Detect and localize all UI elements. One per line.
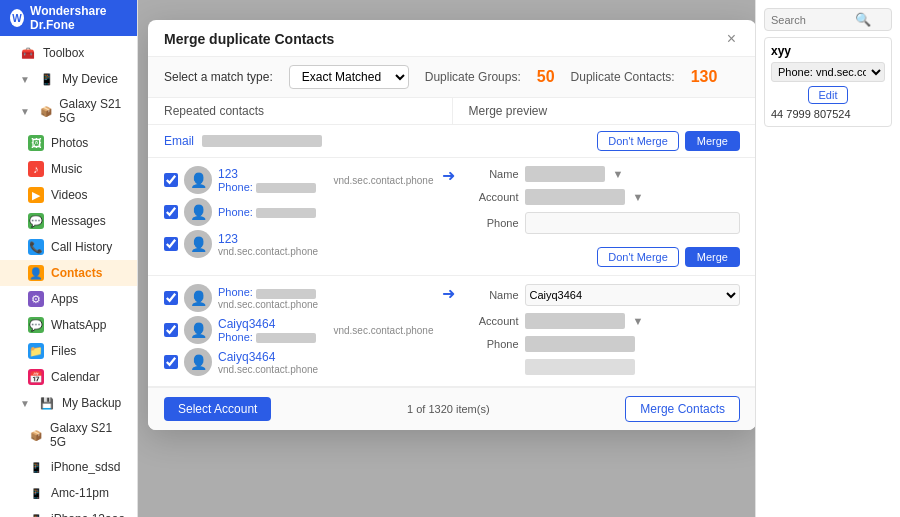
merge-button-1[interactable]: Merge (685, 247, 740, 267)
phone-input-1[interactable] (525, 212, 741, 234)
match-type-select[interactable]: Exact Matched Fuzzy Matched (289, 65, 409, 89)
sidebar-item-mydevice[interactable]: ▼ 📱 My Device (0, 66, 137, 92)
dup-contacts-label: Duplicate Contacts: (571, 70, 675, 84)
merge-name-field-1: Name ▼ (471, 166, 741, 182)
dup-checkbox-1-1[interactable] (164, 173, 178, 187)
sidebar-item-contacts[interactable]: 👤 Contacts (0, 260, 137, 286)
backup-iphonesdsd-icon: 📱 (28, 459, 44, 475)
email-merge-button[interactable]: Merge (685, 131, 740, 151)
dup-group-1-left: 👤 123 Phone: vnd.sec.contact.phone 👤 (164, 166, 434, 258)
callhistory-icon: 📞 (28, 239, 44, 255)
dup-info-2-2: Caiyq3464 Phone: (218, 317, 327, 343)
backup-iphone13aaa-label: iPhone 13aaa (51, 512, 125, 517)
merge-modal: Merge duplicate Contacts × Select a matc… (148, 20, 755, 430)
dup-checkbox-2-2[interactable] (164, 323, 178, 337)
files-label: Files (51, 344, 76, 358)
sidebar-item-mybackup[interactable]: ▼ 💾 My Backup (0, 390, 137, 416)
modal-header: Merge duplicate Contacts × (148, 20, 755, 57)
dup-phone-2-2: Phone: (218, 331, 327, 343)
dup-avatar-1-3: 👤 (184, 230, 212, 258)
dup-item-1-2: 👤 Phone: (164, 198, 434, 226)
dup-checkbox-1-2[interactable] (164, 205, 178, 219)
sidebar-item-backup-galaxys21[interactable]: 📦 Galaxy S21 5G (0, 416, 137, 454)
messages-icon: 💬 (28, 213, 44, 229)
main-area: Merge duplicate Contacts × Select a matc… (138, 0, 755, 517)
sidebar-item-messages[interactable]: 💬 Messages (0, 208, 137, 234)
merge-phone-field-2: Phone (471, 336, 741, 352)
dup-item-2-3: 👤 Caiyq3464 vnd.sec.contact.phone (164, 348, 434, 376)
dont-merge-button-1[interactable]: Don't Merge (597, 247, 679, 267)
dup-sub-2-3: vnd.sec.contact.phone (218, 364, 434, 375)
apps-label: Apps (51, 292, 78, 306)
sidebar-item-galaxys21[interactable]: ▼ 📦 Galaxy S21 5G (0, 92, 137, 130)
whatsapp-icon: 💬 (28, 317, 44, 333)
email-label: Email (164, 134, 194, 148)
photos-icon: 🖼 (28, 135, 44, 151)
backup-galaxys21-icon: 📦 (28, 427, 43, 443)
sidebar-item-apps[interactable]: ⚙ Apps (0, 286, 137, 312)
calendar-icon: 📅 (28, 369, 44, 385)
email-blurred-value (202, 135, 322, 147)
dup-info-1-1: 123 Phone: (218, 167, 327, 193)
app-title: Wondershare Dr.Fone (30, 4, 127, 32)
name-select-2[interactable]: Caiyq3464 (525, 284, 741, 306)
sidebar-item-whatsapp[interactable]: 💬 WhatsApp (0, 312, 137, 338)
photos-label: Photos (51, 136, 88, 150)
backup-amc11pm-icon: 📱 (28, 485, 44, 501)
dup-phone-1-1: Phone: (218, 181, 327, 193)
dup-name-2-3: Caiyq3464 (218, 350, 434, 364)
sidebar-nav: 🧰 Toolbox ▼ 📱 My Device ▼ 📦 Galaxy S21 5… (0, 36, 137, 517)
files-icon: 📁 (28, 343, 44, 359)
dup-item-2-1: 👤 Phone: vnd.sec.contact.phone (164, 284, 434, 312)
mydevice-icon: 📱 (39, 71, 55, 87)
sidebar-item-backup-iphone13aaa[interactable]: 📱 iPhone 13aaa (0, 506, 137, 517)
sidebar-item-files[interactable]: 📁 Files (0, 338, 137, 364)
dup-avatar-1-1: 👤 (184, 166, 212, 194)
mybackup-chevron: ▼ (20, 398, 30, 409)
sidebar-item-videos[interactable]: ▶ Videos (0, 182, 137, 208)
select-account-button[interactable]: Select Account (164, 397, 271, 421)
search-input[interactable] (771, 14, 851, 26)
sidebar-item-backup-amc11pm[interactable]: 📱 Amc-11pm (0, 480, 137, 506)
dup-sub-2-2: vnd.sec.contact.phone (333, 325, 433, 336)
contact-edit-button[interactable]: Edit (808, 86, 849, 104)
dup-info-1-2: Phone: (218, 206, 434, 218)
col-header-right: Merge preview (453, 98, 756, 124)
callhistory-label: Call History (51, 240, 112, 254)
backup-amc11pm-label: Amc-11pm (51, 486, 109, 500)
contact-phone-select[interactable]: Phone: vnd.sec.conta... (771, 62, 885, 82)
name-label-1: Name (471, 168, 519, 180)
dup-groups-label: Duplicate Groups: (425, 70, 521, 84)
dup-checkbox-2-3[interactable] (164, 355, 178, 369)
merge-phone-field-1: Phone (471, 212, 741, 234)
modal-footer: Select Account 1 of 1320 item(s) Merge C… (148, 387, 755, 430)
dup-group-2-row: 👤 Phone: vnd.sec.contact.phone 👤 Cai (164, 284, 740, 378)
dup-checkbox-1-3[interactable] (164, 237, 178, 251)
sidebar-item-callhistory[interactable]: 📞 Call History (0, 234, 137, 260)
contact-preview-panel: xyy Phone: vnd.sec.conta... Edit 44 7999… (764, 37, 892, 127)
dup-group-2-left: 👤 Phone: vnd.sec.contact.phone 👤 Cai (164, 284, 434, 376)
app-logo: W (10, 9, 24, 27)
galaxys21-icon: 📦 (39, 103, 52, 119)
dup-avatar-2-3: 👤 (184, 348, 212, 376)
dup-group-2: 👤 Phone: vnd.sec.contact.phone 👤 Cai (148, 276, 755, 387)
sidebar-item-photos[interactable]: 🖼 Photos (0, 130, 137, 156)
videos-icon: ▶ (28, 187, 44, 203)
dup-name-1-3: 123 (218, 232, 434, 246)
merge-contacts-button[interactable]: Merge Contacts (625, 396, 740, 422)
email-dont-merge-button[interactable]: Don't Merge (597, 131, 679, 151)
toolbox-label: Toolbox (43, 46, 84, 60)
right-panel: 🔍 xyy Phone: vnd.sec.conta... Edit 44 79… (755, 0, 900, 517)
app-header: W Wondershare Dr.Fone (0, 0, 137, 36)
dup-checkbox-2-1[interactable] (164, 291, 178, 305)
dup-sub-1-3: vnd.sec.contact.phone (218, 246, 434, 257)
phone-label-1: Phone (471, 217, 519, 229)
sidebar-item-calendar[interactable]: 📅 Calendar (0, 364, 137, 390)
sidebar-item-music[interactable]: ♪ Music (0, 156, 137, 182)
dup-item-1-3: 👤 123 vnd.sec.contact.phone (164, 230, 434, 258)
dup-name-1-1: 123 (218, 167, 327, 181)
sidebar-item-toolbox[interactable]: 🧰 Toolbox (0, 40, 137, 66)
sidebar-item-backup-iphonesdsd[interactable]: 📱 iPhone_sdsd (0, 454, 137, 480)
email-actions: Don't Merge Merge (597, 131, 740, 151)
modal-close-button[interactable]: × (723, 30, 740, 48)
